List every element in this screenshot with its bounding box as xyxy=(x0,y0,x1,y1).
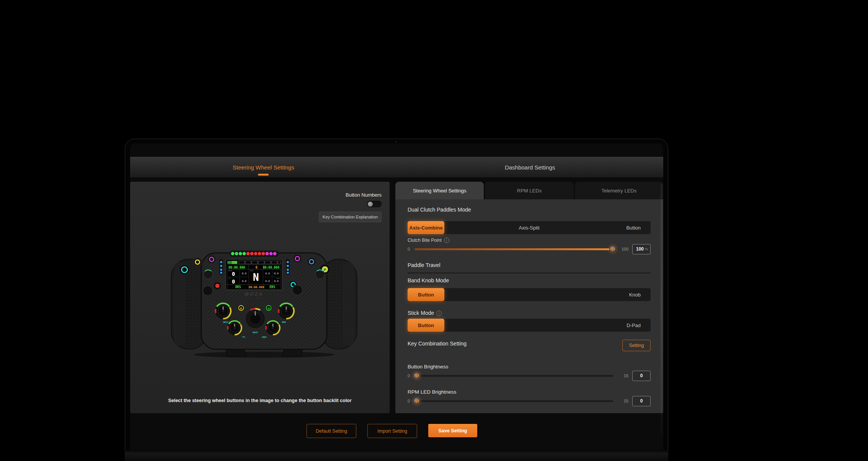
svg-text:0.0: 0.0 xyxy=(265,272,270,275)
button-red xyxy=(215,284,220,288)
svg-text:DRS: DRS xyxy=(235,285,241,289)
r-button[interactable]: R xyxy=(237,304,245,312)
button-brightness-slider: 0 15 xyxy=(408,371,651,380)
svg-text:0.0: 0.0 xyxy=(242,272,246,275)
svg-text:FUEL: FUEL xyxy=(276,278,280,279)
steering-wheel-image[interactable]: 00:00.000 0 00:00.000 SPEED 0 0.0 GEAR N xyxy=(168,247,360,358)
option-axis-split[interactable]: Axis-Split xyxy=(408,221,651,234)
left-flag-leds xyxy=(219,259,223,275)
svg-text:N: N xyxy=(268,307,269,310)
slider-max-label: 100 xyxy=(618,247,628,251)
settings-content: Dual Clutch Paddles Mode Axis-Combine Ax… xyxy=(395,199,663,413)
tab-label: Steering Wheel Settings xyxy=(233,164,294,171)
wheel-caption: Select the steering wheel buttons in the… xyxy=(130,398,390,403)
slider-track[interactable] xyxy=(414,375,613,377)
paddle-travel-track xyxy=(408,272,651,274)
slider-min-label: 0 xyxy=(408,399,414,403)
slider-min-label: 0 xyxy=(408,247,414,251)
paddle-travel-label: Paddle Travel xyxy=(408,262,441,268)
slider-handle[interactable] xyxy=(609,246,616,252)
clutch-bite-point-label: Clutch Bite Pointi xyxy=(408,238,449,243)
svg-text:N: N xyxy=(253,272,259,283)
svg-text:0: 0 xyxy=(232,271,235,277)
webcam-dot xyxy=(395,141,397,143)
slider-handle[interactable] xyxy=(413,372,420,379)
save-setting-button[interactable]: Save Setting xyxy=(428,424,477,437)
slider-min-label: 0 xyxy=(408,373,414,378)
rpm-led-brightness-label: RPM LED Brightness xyxy=(408,389,457,395)
button-brightness-input[interactable] xyxy=(636,373,646,378)
key-combination-setting-button[interactable]: Setting xyxy=(622,340,651,351)
svg-text:0: 0 xyxy=(255,266,257,269)
slider-max-label: 15 xyxy=(618,399,628,403)
slider-track[interactable] xyxy=(414,248,613,250)
svg-text:0.0: 0.0 xyxy=(242,280,246,283)
tab-steering-wheel-settings-inner[interactable]: Steering Wheel Settings xyxy=(395,182,484,199)
tab-steering-wheel-settings[interactable]: Steering Wheel Settings xyxy=(130,157,397,178)
rpm-led-brightness-slider: 0 15 xyxy=(408,397,651,405)
dashboard-screen: 00:00.000 0 00:00.000 SPEED 0 0.0 GEAR N xyxy=(226,259,282,290)
abs-knob xyxy=(265,320,281,336)
key-combination-explanation-button[interactable]: Key Combination Explanation xyxy=(319,212,382,222)
option-stick-button[interactable]: Button xyxy=(408,319,444,332)
slider-handle[interactable] xyxy=(413,397,420,404)
slider-fill xyxy=(414,248,613,250)
button-numbers-toggle[interactable] xyxy=(367,201,382,207)
mgu-knob xyxy=(215,303,232,319)
svg-text:LAP: LAP xyxy=(228,278,231,279)
n-button[interactable]: N xyxy=(265,304,272,312)
clutch-bite-point-value-box: % xyxy=(632,244,651,254)
option-button[interactable]: Button xyxy=(626,221,641,234)
svg-text:MGU: MGU xyxy=(223,321,228,323)
svg-text:00:00.000: 00:00.000 xyxy=(228,266,245,269)
rpm-led-brightness-value-box xyxy=(632,396,651,406)
racing-logo-sub: R A C I N G xyxy=(245,297,263,299)
rpm-led-strip xyxy=(230,251,279,257)
left-funky-switch xyxy=(203,286,213,296)
right-flag-leds xyxy=(286,259,290,275)
dual-clutch-label: Dual Clutch Paddles Mode xyxy=(408,207,471,213)
wheel-shadow xyxy=(193,352,335,358)
tab-dashboard-settings[interactable]: Dashboard Settings xyxy=(397,157,664,178)
info-icon[interactable]: i xyxy=(444,238,449,243)
default-setting-button[interactable]: Default Setting xyxy=(307,424,356,438)
clutch-bite-point-slider: 0 100 % xyxy=(408,245,651,253)
dual-clutch-segmented-control: Axis-Combine Axis-Split Button xyxy=(408,221,651,234)
svg-text:ERS: ERS xyxy=(269,285,275,289)
slider-max-label: 15 xyxy=(618,373,628,378)
option-dpad[interactable]: D-Pad xyxy=(627,319,641,332)
svg-text:ABS: ABS xyxy=(262,336,267,338)
svg-text:0.0: 0.0 xyxy=(265,280,270,283)
svg-text:0: 0 xyxy=(232,279,235,285)
clutch-bite-point-input[interactable] xyxy=(635,246,645,252)
svg-text:00:00.000: 00:00.000 xyxy=(263,266,280,269)
svg-text:P: P xyxy=(324,268,326,272)
settings-tab-bar: Steering Wheel Settings RPM LEDs Telemet… xyxy=(395,182,663,199)
button-numbers-label: Button Numbers xyxy=(346,192,382,198)
screen-edge-glare xyxy=(661,184,662,434)
map-knob xyxy=(245,309,265,329)
right-funky-switch xyxy=(292,285,302,295)
tab-telemetry-leds[interactable]: Telemetry LEDs xyxy=(575,182,663,199)
button-brightness-value-box xyxy=(632,371,651,381)
button-brightness-label: Button Brightness xyxy=(408,364,449,370)
moza-logo: MOZA xyxy=(244,291,263,297)
toggle-knob xyxy=(368,202,373,207)
svg-text:0.0: 0.0 xyxy=(274,272,279,275)
option-band-button[interactable]: Button xyxy=(408,288,444,301)
rpm-led-brightness-input[interactable] xyxy=(636,398,646,404)
info-icon[interactable]: i xyxy=(436,311,442,316)
stick-mode-label: Stick Modei xyxy=(408,310,442,316)
active-tab-indicator xyxy=(258,174,269,176)
tc-knob xyxy=(227,320,242,336)
tab-rpm-leds[interactable]: RPM LEDs xyxy=(485,182,573,199)
import-setting-button[interactable]: Import Setting xyxy=(367,424,417,438)
band-knob-segmented-control: Button Knob xyxy=(408,288,651,301)
settings-panel: Steering Wheel Settings RPM LEDs Telemet… xyxy=(395,182,663,413)
key-combination-setting-label: Key Combination Setting xyxy=(408,340,467,347)
slider-track[interactable] xyxy=(414,400,613,402)
option-knob[interactable]: Knob xyxy=(629,288,641,301)
svg-text:TC: TC xyxy=(242,336,246,338)
svg-text:MIX: MIX xyxy=(282,321,286,323)
stick-mode-segmented-control: Button D-Pad xyxy=(408,319,651,332)
